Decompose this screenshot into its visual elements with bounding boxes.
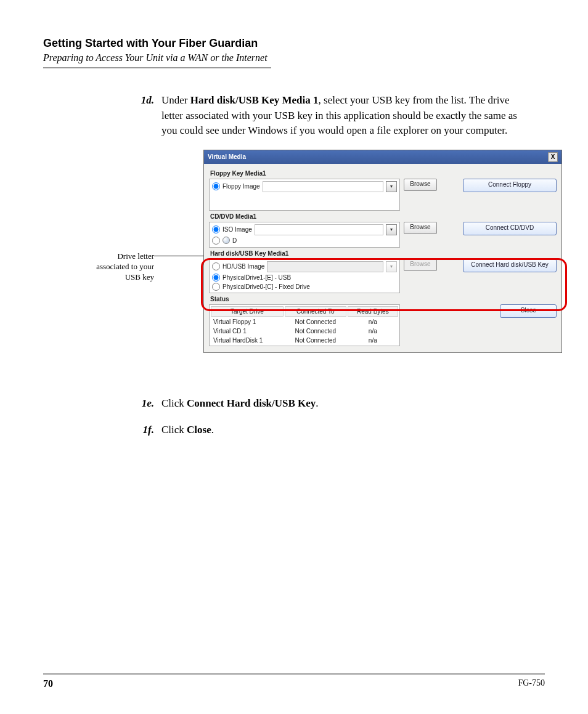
figure: Drive letter associated to your USB key …	[92, 150, 545, 378]
cell: Not Connected	[285, 327, 346, 335]
browse-button[interactable]: Browse	[404, 179, 437, 191]
step-1f: 1f. Click Close.	[129, 423, 520, 438]
cell: Virtual CD 1	[211, 327, 284, 335]
page-header-title: Getting Started with Your Fiber Guardian	[43, 37, 545, 50]
header-rule	[43, 67, 271, 68]
physical-drive1-radio[interactable]	[212, 274, 220, 282]
close-button[interactable]: Close	[500, 304, 557, 318]
dialog-title: Virtual Media	[208, 153, 246, 160]
col-target: Target Drive	[211, 306, 284, 317]
iso-image-field[interactable]	[255, 224, 383, 235]
radio-label: ISO Image	[223, 226, 252, 233]
bold-term: Hard disk/USB Key Media 1	[190, 94, 319, 106]
text: Click	[161, 397, 187, 409]
connect-hd-button[interactable]: Connect Hard disk/USB Key	[463, 259, 557, 272]
connect-cd-button[interactable]: Connect CD/DVD	[463, 222, 557, 235]
dropdown-icon[interactable]	[386, 181, 397, 192]
text: Under	[161, 94, 190, 106]
drive-letter: D	[232, 237, 237, 244]
step-1d: 1d. Under Hard disk/USB Key Media 1, sel…	[129, 93, 520, 139]
physical-drive0-radio[interactable]	[212, 283, 220, 291]
table-row: Virtual HardDisk 1 Not Connected n/a	[211, 336, 398, 344]
cell: Not Connected	[285, 336, 346, 344]
browse-button[interactable]: Browse	[404, 222, 437, 234]
floppy-image-radio[interactable]	[212, 182, 220, 190]
cd-drive-radio[interactable]	[212, 237, 220, 245]
bold-term: Connect Hard disk/USB Key	[187, 397, 316, 409]
table-row: Virtual Floppy 1 Not Connected n/a	[211, 318, 398, 326]
iso-image-radio[interactable]	[212, 225, 220, 233]
close-icon[interactable]: X	[548, 152, 558, 162]
col-connected: Connected To	[285, 306, 346, 317]
text: Click	[161, 424, 187, 436]
step-text: Under Hard disk/USB Key Media 1, select …	[161, 93, 520, 139]
text: .	[211, 424, 214, 436]
radio-label: Floppy Image	[223, 183, 260, 190]
hd-image-field	[267, 261, 383, 272]
radio-label: HD/USB Image	[223, 263, 264, 270]
dialog-titlebar[interactable]: Virtual Media X	[204, 150, 561, 164]
page-header-subtitle: Preparing to Access Your Unit via a WAN …	[43, 52, 545, 63]
text: .	[316, 397, 318, 409]
step-text: Click Close.	[161, 423, 520, 438]
step-number: 1e.	[129, 396, 161, 412]
step-number: 1d.	[129, 93, 161, 139]
status-table: Target Drive Connected To Read Bytes Vir…	[209, 304, 400, 346]
dropdown-icon	[386, 261, 397, 272]
connect-floppy-button[interactable]: Connect Floppy	[463, 179, 557, 192]
cell: Not Connected	[285, 318, 346, 326]
table-row: Virtual CD 1 Not Connected n/a	[211, 327, 398, 335]
cd-group-label: CD/DVD Media1	[210, 213, 557, 220]
callout-label: Drive letter associated to your USB key	[92, 251, 154, 283]
dropdown-icon[interactable]	[386, 224, 397, 235]
cell: Virtual HardDisk 1	[211, 336, 284, 344]
virtual-media-dialog: Virtual Media X Floppy Key Media1 Floppy…	[203, 150, 562, 353]
callout-line	[154, 256, 205, 256]
hd-image-radio[interactable]	[212, 262, 220, 270]
bold-term: Close	[187, 424, 211, 436]
cell: n/a	[348, 327, 398, 335]
disc-icon	[223, 237, 230, 244]
cell: n/a	[348, 318, 398, 326]
status-group-label: Status	[210, 296, 557, 302]
cell: Virtual Floppy 1	[211, 318, 284, 326]
browse-button: Browse	[404, 259, 437, 271]
step-1e: 1e. Click Connect Hard disk/USB Key.	[129, 396, 520, 412]
cell: n/a	[348, 336, 398, 344]
floppy-group-label: Floppy Key Media1	[210, 170, 557, 177]
step-text: Click Connect Hard disk/USB Key.	[161, 396, 520, 412]
floppy-image-field[interactable]	[263, 181, 383, 192]
drive-option: PhysicalDrive0-[C] - Fixed Drive	[223, 283, 310, 290]
drive-option: PhysicalDrive1-[E] - USB	[223, 274, 291, 281]
col-read: Read Bytes	[348, 306, 398, 317]
step-number: 1f.	[129, 423, 161, 438]
hd-group-label: Hard disk/USB Key Media1	[210, 250, 557, 257]
